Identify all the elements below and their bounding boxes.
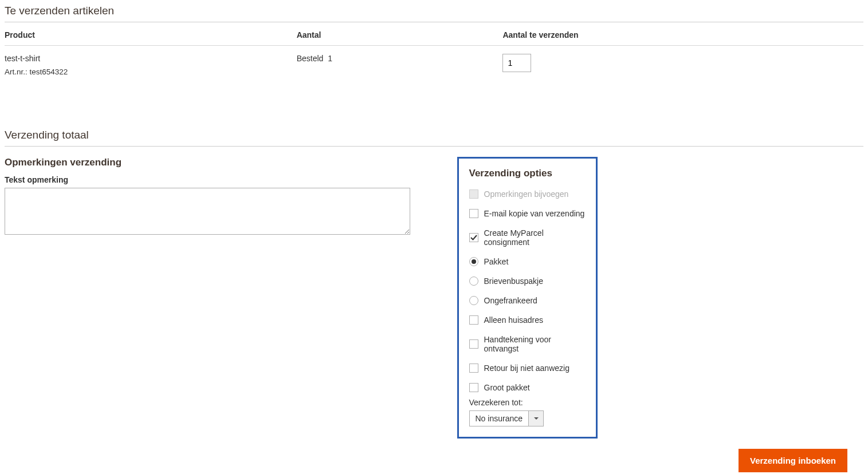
comment-label: Tekst opmerking — [5, 175, 434, 184]
table-row: test-t-shirt Art.nr.: test654322 Besteld… — [5, 46, 863, 85]
items-table: Product Aantal Aantal te verzenden test-… — [5, 22, 863, 84]
email-copy-checkbox[interactable] — [469, 209, 478, 218]
product-sku: Art.nr.: test654322 — [5, 68, 297, 76]
submit-shipment-button[interactable]: Verzending inboeken — [739, 449, 847, 472]
large-package-label: Groot pakket — [484, 383, 530, 392]
create-consignment-label: Create MyParcel consignment — [484, 228, 586, 247]
email-copy-label: E-mail kopie van verzending — [484, 209, 585, 218]
brievenbus-radio[interactable] — [469, 276, 478, 286]
attach-comments-label: Opmerkingen bijvoegen — [484, 189, 569, 199]
return-not-present-checkbox[interactable] — [469, 364, 478, 373]
product-name: test-t-shirt — [5, 54, 297, 63]
home-only-label: Alleen huisadres — [484, 315, 544, 325]
col-header-send: Aantal te verzenden — [502, 22, 863, 46]
insure-select[interactable]: No insurance — [469, 410, 544, 426]
qty-to-send-input[interactable] — [502, 54, 531, 72]
insure-select-value: No insurance — [470, 411, 529, 426]
pakket-radio[interactable] — [469, 257, 478, 266]
col-header-aantal: Aantal — [297, 22, 503, 46]
pakket-label: Pakket — [484, 257, 509, 266]
ordered-qty: 1 — [328, 54, 332, 63]
create-consignment-checkbox[interactable] — [469, 233, 478, 242]
comment-textarea[interactable] — [5, 188, 410, 235]
comments-heading: Opmerkingen verzending — [5, 157, 434, 168]
items-section-title: Te verzenden artikelen — [5, 0, 863, 22]
ordered-label: Besteld — [297, 54, 324, 63]
totals-section-title: Verzending totaal — [5, 124, 863, 147]
col-header-product: Product — [5, 22, 297, 46]
insure-label: Verzekeren tot: — [469, 398, 586, 407]
home-only-checkbox[interactable] — [469, 315, 478, 325]
signature-label: Handtekening voor ontvangst — [484, 335, 586, 353]
attach-comments-checkbox — [469, 189, 478, 199]
chevron-down-icon — [528, 411, 543, 426]
large-package-checkbox[interactable] — [469, 383, 478, 392]
ongefrankeerd-label: Ongefrankeerd — [484, 296, 537, 305]
brievenbus-label: Brievenbuspakje — [484, 276, 544, 286]
options-heading: Verzending opties — [469, 168, 586, 179]
return-not-present-label: Retour bij niet aanwezig — [484, 364, 569, 373]
shipping-options-panel: Verzending opties Opmerkingen bijvoegen … — [457, 157, 598, 439]
signature-checkbox[interactable] — [469, 339, 478, 349]
ongefrankeerd-radio[interactable] — [469, 296, 478, 305]
